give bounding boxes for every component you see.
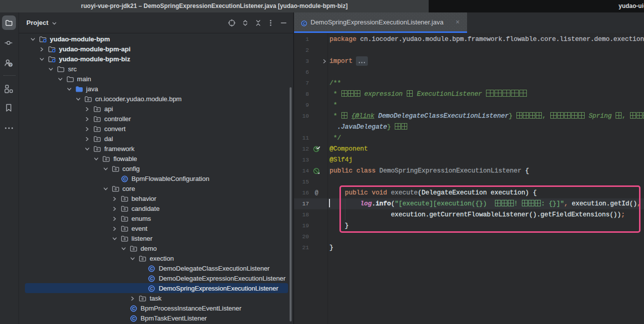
svg-text:C: C xyxy=(150,276,153,281)
svg-text:C: C xyxy=(150,286,153,291)
svg-text:C: C xyxy=(132,316,135,321)
svg-text:?: ? xyxy=(9,63,11,67)
svg-text:C: C xyxy=(303,21,306,26)
svg-text:C: C xyxy=(132,306,135,311)
svg-text:C: C xyxy=(150,266,153,271)
svg-text:C: C xyxy=(123,176,126,181)
